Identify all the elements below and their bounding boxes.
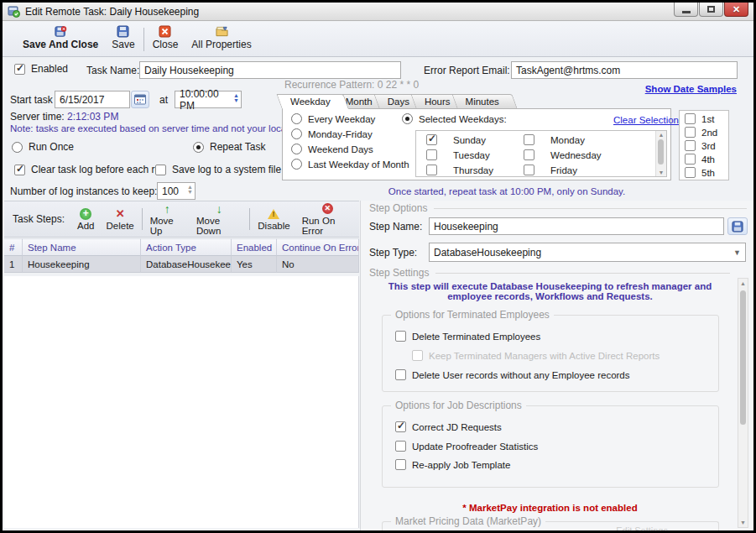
step-name-label: Step Name: bbox=[369, 221, 422, 233]
tab-minutes[interactable]: Minutes bbox=[457, 94, 518, 109]
delete-user-records-label: Delete User records without any Employee… bbox=[412, 370, 630, 380]
save-button[interactable]: Save bbox=[105, 24, 141, 51]
save-and-close-button[interactable]: Save And Close bbox=[16, 24, 105, 51]
delete-user-records-checkbox[interactable] bbox=[395, 369, 406, 380]
col-enabled[interactable]: Enabled bbox=[232, 238, 277, 256]
close-window-button[interactable]: ✕ bbox=[724, 3, 748, 17]
tab-weekday[interactable]: Weekday bbox=[282, 94, 349, 109]
spin-down-icon: ▼ bbox=[233, 98, 239, 103]
save-log-checkbox[interactable] bbox=[155, 165, 166, 175]
sunday-checkbox[interactable] bbox=[426, 134, 437, 145]
clear-selection-link[interactable]: Clear Selection bbox=[613, 115, 679, 125]
friday-checkbox[interactable] bbox=[524, 165, 534, 175]
cell-num: 1 bbox=[4, 256, 23, 273]
wednesday-checkbox[interactable] bbox=[524, 149, 534, 160]
date-picker-button[interactable] bbox=[131, 91, 149, 108]
update-proofreader-row: Update Proofreader Statistics bbox=[395, 441, 538, 452]
step-type-label: Step Type: bbox=[369, 247, 417, 259]
step-name-value: Housekeeping bbox=[434, 221, 498, 233]
task-name-input[interactable]: Daily Housekeeping bbox=[139, 61, 401, 79]
step-type-value: DatabaseHousekeeping bbox=[434, 247, 541, 259]
update-proofreader-label: Update Proofreader Statistics bbox=[412, 442, 538, 452]
delete-terminated-checkbox[interactable] bbox=[395, 331, 406, 342]
delete-terminated-row: Delete Terminated Employees bbox=[395, 331, 540, 342]
close-task-icon bbox=[159, 25, 171, 38]
col-continue-on-error[interactable]: Continue On Error bbox=[277, 238, 359, 256]
delete-step-button[interactable]: ✕ Delete bbox=[101, 207, 140, 231]
all-properties-button[interactable]: All Properties bbox=[185, 24, 258, 51]
cell-step-name: Housekeeping bbox=[23, 256, 141, 273]
ordinal-3rd-checkbox[interactable] bbox=[685, 140, 696, 151]
repeat-task-label: Repeat Task bbox=[210, 141, 266, 153]
cell-continue-on-error: No bbox=[277, 256, 359, 273]
server-time-label: Server time: bbox=[10, 111, 65, 123]
col-action-type[interactable]: Action Type bbox=[141, 238, 232, 256]
ordinal-3rd-row: 3rd bbox=[685, 140, 716, 151]
start-date-input[interactable]: 6/15/2017 bbox=[55, 91, 130, 108]
save-step-name-button[interactable] bbox=[727, 217, 748, 235]
move-down-button[interactable]: ↓ Move Down bbox=[190, 202, 248, 236]
steps-separator bbox=[142, 208, 143, 230]
minimize-button[interactable] bbox=[674, 3, 698, 17]
weekday-list-scrollbar[interactable]: ▲ ▼ bbox=[655, 131, 666, 176]
update-proofreader-checkbox[interactable] bbox=[395, 441, 406, 452]
error-email-value: TaskAgent@hrtms.com bbox=[516, 65, 620, 76]
run-on-error-button[interactable]: ✕ Run On Error bbox=[296, 202, 359, 236]
ordinal-4th-checkbox[interactable] bbox=[685, 154, 696, 165]
app-icon bbox=[8, 5, 20, 18]
reapply-template-checkbox[interactable] bbox=[395, 459, 406, 470]
correct-jd-checkbox[interactable] bbox=[395, 421, 406, 432]
terminated-group-label: Options for Terminated Employees bbox=[391, 309, 554, 321]
show-date-samples-link[interactable]: Show Date Samples bbox=[645, 84, 737, 94]
run-once-row: Run Once bbox=[12, 141, 74, 153]
clear-log-checkbox[interactable] bbox=[14, 165, 25, 175]
title-bar[interactable]: Edit Remote Task: Daily Housekeeping ✕ bbox=[3, 3, 753, 21]
selected-weekdays-radio[interactable] bbox=[402, 113, 413, 124]
close-button[interactable]: Close bbox=[146, 24, 185, 51]
ordinal-5th-checkbox[interactable] bbox=[685, 167, 696, 178]
monday-friday-radio[interactable] bbox=[291, 128, 302, 139]
monday-row: Monday bbox=[524, 134, 585, 145]
start-time-input[interactable]: 10:00:00 PM ▲▼ bbox=[175, 91, 242, 108]
every-weekday-radio[interactable] bbox=[291, 113, 302, 124]
move-up-button[interactable]: ↑ Move Up bbox=[144, 202, 190, 236]
steps-separator bbox=[249, 208, 250, 230]
col-step-name[interactable]: Step Name bbox=[23, 238, 141, 256]
add-step-button[interactable]: + Add bbox=[71, 208, 100, 231]
weekend-days-radio[interactable] bbox=[291, 144, 302, 154]
steps-table-header[interactable]: # Step Name Action Type Enabled Continue… bbox=[4, 238, 359, 256]
step-type-select[interactable]: DatabaseHousekeeping ▼ bbox=[429, 243, 746, 262]
jd-group-label: Options for Job Descriptions bbox=[391, 400, 526, 411]
step-settings-group-header: Step Settings bbox=[369, 267, 730, 279]
edit-remote-task-window: Edit Remote Task: Daily Housekeeping ✕ S… bbox=[3, 3, 753, 530]
step-name-input[interactable]: Housekeeping bbox=[429, 217, 724, 235]
log-keep-spinner[interactable]: ▲▼ bbox=[187, 185, 193, 195]
close-label: Close bbox=[153, 39, 179, 50]
monday-checkbox[interactable] bbox=[524, 134, 534, 145]
run-once-radio[interactable] bbox=[12, 142, 23, 153]
log-keep-input[interactable]: 100 ▲▼ bbox=[157, 182, 196, 200]
last-weekday-radio[interactable] bbox=[291, 159, 302, 170]
task-name-value: Daily Housekeeping bbox=[144, 65, 234, 76]
step-settings-scrollbar[interactable]: ▲ ▼ bbox=[738, 278, 748, 528]
clear-log-row: Clear task log before each run bbox=[14, 164, 166, 175]
disable-step-button[interactable]: Disable bbox=[252, 207, 295, 231]
ordinal-2nd-checkbox[interactable] bbox=[685, 127, 696, 138]
monday-label: Monday bbox=[550, 135, 585, 145]
window-title: Edit Remote Task: Daily Housekeeping bbox=[25, 6, 199, 18]
enabled-checkbox[interactable] bbox=[14, 64, 25, 75]
weekend-days-row: Weekend Days bbox=[291, 144, 373, 154]
col-num[interactable]: # bbox=[4, 238, 23, 256]
screenshot-frame: Edit Remote Task: Daily Housekeeping ✕ S… bbox=[0, 0, 756, 533]
edit-settings-link[interactable]: Edit Settings bbox=[616, 525, 668, 530]
last-weekday-label: Last Weekday of Month bbox=[308, 159, 409, 170]
thursday-checkbox[interactable] bbox=[426, 165, 437, 175]
table-row[interactable]: 1 Housekeeping DatabaseHousekeepir Yes N… bbox=[4, 256, 359, 273]
log-keep-value: 100 bbox=[162, 186, 179, 197]
error-email-input[interactable]: TaskAgent@hrtms.com bbox=[511, 61, 738, 79]
time-spinner[interactable]: ▲▼ bbox=[233, 93, 239, 103]
ordinal-1st-checkbox[interactable] bbox=[685, 113, 696, 124]
maximize-button[interactable] bbox=[699, 3, 723, 17]
tuesday-checkbox[interactable] bbox=[426, 149, 437, 160]
repeat-task-radio[interactable] bbox=[193, 142, 204, 153]
